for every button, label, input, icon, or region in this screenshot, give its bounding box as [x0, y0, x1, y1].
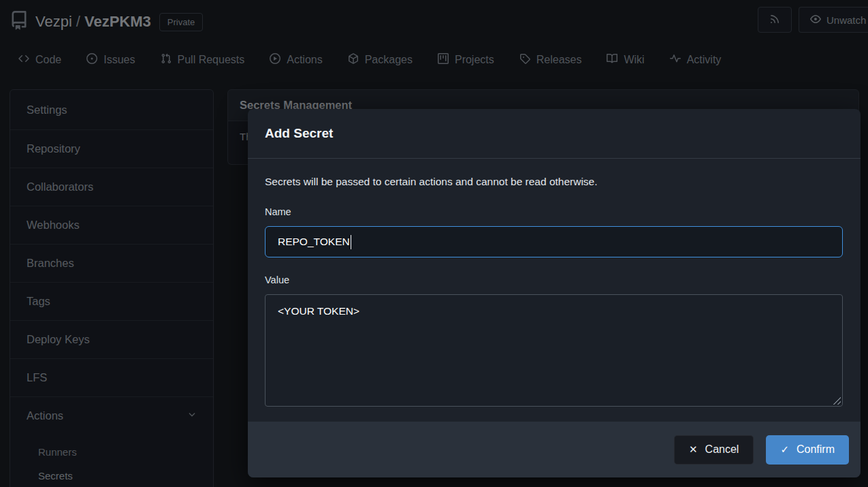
text-caret	[351, 235, 352, 249]
name-label: Name	[265, 206, 843, 217]
app-screen: Vezpi/VezPKM3 Private Unwatch Code	[0, 0, 868, 487]
secret-name-value: REPO_TOKEN	[278, 236, 350, 248]
resize-handle-icon[interactable]	[832, 396, 841, 405]
modal-footer: ✕ Cancel ✓ Confirm	[248, 422, 861, 477]
modal-body: Secrets will be passed to certain action…	[248, 159, 861, 422]
check-icon: ✓	[780, 443, 789, 456]
modal-description: Secrets will be passed to certain action…	[265, 176, 843, 188]
cancel-label: Cancel	[705, 443, 739, 456]
cancel-button[interactable]: ✕ Cancel	[674, 435, 754, 465]
confirm-label: Confirm	[797, 443, 835, 456]
modal-title: Add Secret	[265, 126, 333, 141]
secret-value-text: <YOUR TOKEN>	[278, 305, 359, 317]
value-label: Value	[265, 274, 843, 285]
close-icon: ✕	[689, 443, 698, 456]
add-secret-modal: Add Secret Secrets will be passed to cer…	[248, 109, 861, 477]
secret-value-textarea[interactable]: <YOUR TOKEN>	[265, 294, 843, 407]
modal-header: Add Secret	[248, 109, 861, 159]
confirm-button[interactable]: ✓ Confirm	[766, 435, 849, 465]
secret-name-input[interactable]: REPO_TOKEN	[265, 226, 843, 257]
